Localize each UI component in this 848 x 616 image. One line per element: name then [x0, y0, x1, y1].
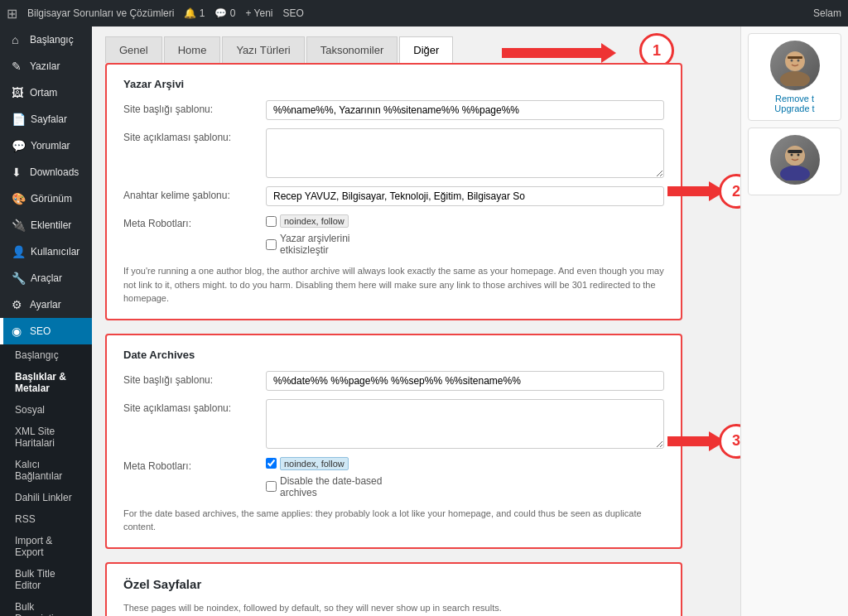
comments-icon: 💬	[12, 139, 26, 152]
site-basligi-input[interactable]	[266, 100, 664, 120]
sidebar-item-baslangic[interactable]: ⌂ Başlangıç	[0, 26, 92, 53]
tools-icon: 🔧	[12, 272, 26, 285]
site-aciklamasi-label: Site açıklaması şablonu:	[123, 128, 256, 143]
sidebar-label: Ortam	[30, 87, 57, 99]
admin-bar-user: Selam	[813, 7, 841, 19]
avatar-card-1: Remove t Upgrade t	[748, 33, 841, 121]
meta-robotlar-checkbox[interactable]	[266, 216, 277, 227]
yazar-arsiv-checkbox[interactable]	[266, 239, 277, 250]
sidebar-label: Başlangıç	[30, 34, 74, 46]
sidebar-sub-item-basliklar[interactable]: Başlıklar & Metalar	[0, 366, 92, 399]
tab-home[interactable]: Home	[164, 36, 221, 63]
yazar-arsivi-title: Yazar Arşivi	[123, 78, 664, 90]
date-meta-tag: noindex, follow	[280, 457, 349, 470]
admin-bar-new[interactable]: + Yeni	[245, 7, 272, 19]
downloads-icon: ⬇	[12, 166, 25, 179]
sidebar-item-araclar[interactable]: 🔧 Araçlar	[0, 265, 92, 291]
sidebar-sub-item-rss[interactable]: RSS	[0, 508, 92, 530]
arrow-annotation-2	[667, 181, 725, 201]
meta-robotlar-row: Meta Robotları: noindex, follow Yazar ar…	[123, 214, 664, 256]
main-content: Genel Home Yazı Türleri Taksonomiler Diğ…	[92, 26, 740, 616]
date-disable-label: Disable the date-basedarchives	[280, 475, 382, 498]
date-site-aciklamasi-row: Site açıklaması şablonu:	[123, 399, 664, 449]
meta-robotlar-checkbox-row: noindex, follow	[266, 214, 349, 228]
site-aciklamasi-input[interactable]	[266, 128, 664, 178]
sidebar-sub-item-kalici[interactable]: Kalıcı Bağlantılar	[0, 454, 92, 487]
admin-bar: ⊞ Bilgisayar Sorunları ve Çözümleri 🔔 1 …	[0, 0, 848, 26]
sidebar-item-ortam[interactable]: 🖼 Ortam	[0, 79, 92, 106]
settings-icon: ⚙	[12, 298, 25, 311]
sidebar-item-kullanicilar[interactable]: 👤 Kullanıcılar	[0, 238, 92, 265]
avatar-img-2	[770, 135, 820, 185]
date-meta-checkbox[interactable]	[266, 458, 277, 469]
sidebar-sub-item-bulk-desc[interactable]: Bulk Description Editor	[0, 596, 92, 616]
annotation-2: 2	[719, 174, 740, 209]
sidebar-label-downloads: Downloads	[30, 166, 79, 178]
sidebar-item-gorunum[interactable]: 🎨 Görünüm	[0, 185, 92, 212]
sidebar-item-ayarlar[interactable]: ⚙ Ayarlar	[0, 291, 92, 318]
yazar-arsiv-checkbox-row: Yazar arşivlerinietkisizleştir	[266, 233, 349, 256]
sidebar-item-eklentiler[interactable]: 🔌 Eklentiler	[0, 212, 92, 238]
sidebar-item-seo[interactable]: ◉ SEO	[0, 318, 92, 344]
wp-logo-icon: ⊞	[7, 6, 17, 22]
anahtar-kelime-label: Anahtar kelime şablonu:	[123, 186, 256, 201]
avatar-remove-link[interactable]: Remove t	[755, 94, 834, 103]
media-icon: 🖼	[12, 86, 25, 99]
site-basligi-row: Site başlığı şablonu:	[123, 100, 664, 120]
meta-robotlar-tag: noindex, follow	[280, 214, 349, 228]
sidebar-sub-item-baslangic[interactable]: Başlangıç	[0, 344, 92, 366]
tab-taksonomiler[interactable]: Taksonomiler	[306, 36, 398, 63]
sidebar-label: Eklentiler	[31, 219, 71, 231]
date-meta-robotlar-label: Meta Robotları:	[123, 457, 256, 472]
posts-icon: ✎	[12, 60, 25, 73]
ozel-sayfalar-info: These pages will be noindex, followed by…	[123, 601, 664, 615]
site-basligi-label: Site başlığı şablonu:	[123, 100, 256, 115]
date-site-basligi-input[interactable]	[266, 371, 664, 391]
yazar-arsivi-section: Yazar Arşivi Site başlığı şablonu: Site …	[105, 63, 682, 320]
date-site-aciklamasi-input[interactable]	[266, 399, 664, 449]
sidebar-item-yorumlar[interactable]: 💬 Yorumlar	[0, 132, 92, 159]
admin-bar-site-name[interactable]: Bilgisayar Sorunları ve Çözümleri	[27, 7, 174, 19]
date-meta-checkbox-row: noindex, follow	[266, 457, 382, 470]
right-sidebar: Remove t Upgrade t	[740, 26, 848, 616]
anahtar-kelime-row: Anahtar kelime şablonu:	[123, 186, 664, 206]
sidebar-sub-item-sosyal[interactable]: Sosyal	[0, 399, 92, 421]
sidebar-label: Araçlar	[31, 272, 62, 284]
avatar-upgrade-link[interactable]: Upgrade t	[755, 103, 834, 113]
date-disable-checkbox-row: Disable the date-basedarchives	[266, 475, 382, 498]
date-disable-checkbox[interactable]	[266, 481, 277, 492]
users-icon: 👤	[12, 245, 26, 258]
sidebar-sub-item-xml[interactable]: XML Site Haritalari	[0, 421, 92, 454]
sidebar-item-sayfalar[interactable]: 📄 Sayfalar	[0, 106, 92, 132]
admin-bar-seo[interactable]: SEO	[283, 7, 304, 19]
sidebar-sub-item-dahili[interactable]: Dahili Linkler	[0, 487, 92, 508]
anahtar-kelime-input[interactable]	[266, 186, 664, 206]
svg-point-8	[786, 147, 804, 165]
sidebar-label: SEO	[30, 325, 51, 337]
tab-diger[interactable]: Diğer	[399, 36, 453, 63]
yazar-arsivi-info: If you're running a one author blog, the…	[123, 264, 664, 306]
sidebar-sub-item-bulk-title[interactable]: Bulk Title Editor	[0, 563, 92, 596]
sidebar-item-yazilar[interactable]: ✎ Yazılar	[0, 53, 92, 79]
svg-rect-5	[788, 56, 802, 59]
arrow-annotation-1	[502, 43, 616, 63]
tab-yazi-turleri[interactable]: Yazı Türleri	[222, 36, 304, 63]
sidebar-label: Yorumlar	[31, 140, 70, 152]
date-site-basligi-row: Site başlığı şablonu:	[123, 371, 664, 391]
avatar-card-2	[748, 128, 841, 195]
svg-point-9	[790, 154, 793, 156]
svg-point-4	[797, 60, 799, 62]
admin-bar-notif[interactable]: 🔔 1	[184, 7, 205, 19]
date-archives-title: Date Archives	[123, 349, 664, 361]
admin-bar-comment[interactable]: 💬 0	[214, 7, 235, 19]
sidebar-item-downloads[interactable]: ⬇ Downloads	[0, 159, 92, 185]
tab-genel[interactable]: Genel	[105, 36, 162, 63]
meta-robotlar-label: Meta Robotları:	[123, 214, 256, 229]
sidebar-label: Kullanıcılar	[31, 246, 80, 257]
date-archives-info: For the date based archives, the same ap…	[123, 507, 664, 534]
sidebar-sub-item-import[interactable]: Import & Export	[0, 530, 92, 563]
site-aciklamasi-row: Site açıklaması şablonu:	[123, 128, 664, 178]
appearance-icon: 🎨	[12, 192, 26, 205]
pages-icon: 📄	[12, 113, 26, 126]
svg-point-10	[797, 154, 799, 156]
